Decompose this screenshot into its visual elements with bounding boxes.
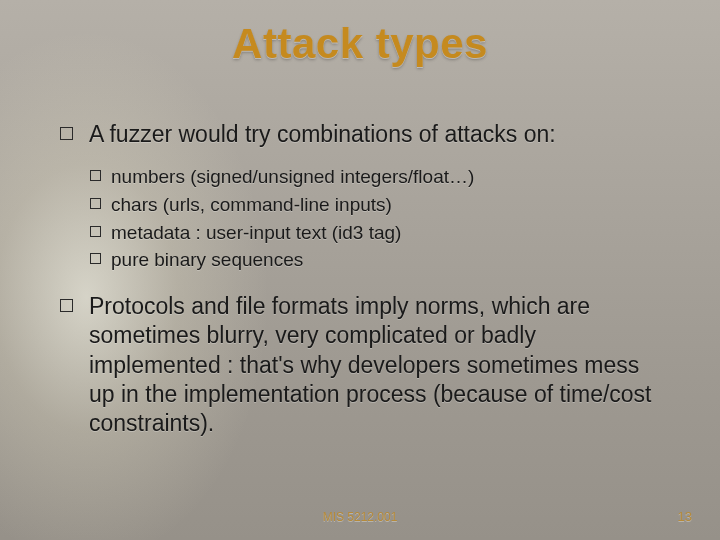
square-bullet-icon xyxy=(90,198,101,209)
square-bullet-icon xyxy=(90,226,101,237)
bullet-lvl2: chars (urls, command-line inputs) xyxy=(90,191,660,219)
bullet-text: pure binary sequences xyxy=(111,246,660,274)
footer-course-code: MIS 5212.001 xyxy=(0,510,720,524)
bullet-text: chars (urls, command-line inputs) xyxy=(111,191,660,219)
bullet-text: metadata : user-input text (id3 tag) xyxy=(111,219,660,247)
slide-title: Attack types xyxy=(0,20,720,68)
slide: Attack types A fuzzer would try combinat… xyxy=(0,0,720,540)
bullet-text: Protocols and file formats imply norms, … xyxy=(89,292,660,439)
bullet-text: numbers (signed/unsigned integers/float…… xyxy=(111,163,660,191)
square-bullet-icon xyxy=(90,253,101,264)
slide-body: A fuzzer would try combinations of attac… xyxy=(60,120,660,453)
bullet-text: A fuzzer would try combinations of attac… xyxy=(89,120,660,149)
bullet-lvl2: numbers (signed/unsigned integers/float…… xyxy=(90,163,660,191)
page-number: 13 xyxy=(678,509,692,524)
sublist: numbers (signed/unsigned integers/float…… xyxy=(90,163,660,273)
square-bullet-icon xyxy=(60,299,73,312)
square-bullet-icon xyxy=(90,170,101,181)
bullet-lvl2: pure binary sequences xyxy=(90,246,660,274)
square-bullet-icon xyxy=(60,127,73,140)
bullet-lvl1: A fuzzer would try combinations of attac… xyxy=(60,120,660,149)
bullet-lvl2: metadata : user-input text (id3 tag) xyxy=(90,219,660,247)
bullet-lvl1: Protocols and file formats imply norms, … xyxy=(60,292,660,439)
